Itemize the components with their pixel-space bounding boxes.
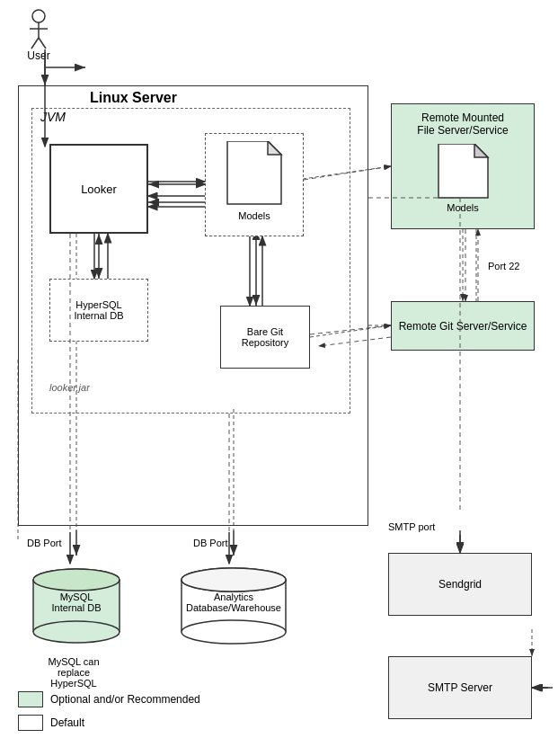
mysql-label: MySQLInternal DB [31, 591, 121, 613]
models-internal-label: Models [206, 210, 303, 221]
smtp-server-label: SMTP Server [428, 681, 492, 694]
user-label: User [25, 49, 52, 62]
legend-green-box [18, 691, 43, 707]
looker-box: Looker [49, 144, 148, 234]
models-internal-container: Models [205, 133, 304, 236]
svg-point-36 [33, 569, 120, 591]
remote-git-label: Remote Git Server/Service [399, 320, 527, 333]
diagram: User Linux Server JVM Looker Models Hype… [0, 0, 558, 756]
hypersql-box: HyperSQLInternal DB [49, 279, 148, 342]
bare-git-box: Bare GitRepository [220, 306, 310, 369]
legend: Optional and/or Recommended Default [18, 691, 200, 738]
sendgrid-box: Sendgrid [388, 553, 532, 616]
remote-models-label: Models [392, 202, 534, 213]
legend-default: Default [18, 715, 200, 731]
user-figure: User [25, 9, 52, 62]
sendgrid-label: Sendgrid [438, 578, 482, 591]
hypersql-label: HyperSQLInternal DB [74, 299, 123, 321]
smtp-server-box: SMTP Server [388, 656, 532, 719]
svg-point-40 [182, 620, 286, 644]
remote-models-document-icon [434, 144, 492, 202]
user-icon [25, 9, 52, 49]
looker-label: Looker [81, 182, 117, 196]
models-internal-document-icon [223, 141, 286, 209]
looker-jar-label: looker.jar [49, 382, 90, 393]
smtp-port-label: SMTP port [388, 521, 435, 532]
svg-line-25 [31, 38, 39, 49]
svg-marker-28 [268, 141, 281, 155]
svg-line-26 [39, 38, 46, 49]
remote-fs-box: Remote MountedFile Server/Service Models [391, 103, 535, 229]
analytics-label: AnalyticsDatabase/Warehouse [175, 591, 292, 613]
legend-default-label: Default [50, 716, 84, 729]
svg-point-41 [182, 568, 286, 591]
bare-git-label: Bare GitRepository [242, 326, 289, 348]
port22-label: Port 22 [488, 261, 519, 271]
jvm-label: JVM [40, 110, 66, 124]
remote-fs-label: Remote MountedFile Server/Service [392, 104, 534, 144]
svg-point-35 [33, 621, 120, 643]
db-port-left-label: DB Port [27, 538, 62, 548]
linux-server-label: Linux Server [90, 90, 177, 106]
remote-git-box: Remote Git Server/Service [391, 301, 535, 351]
legend-optional-label: Optional and/or Recommended [50, 693, 200, 706]
legend-white-box [18, 715, 43, 731]
db-port-right-label: DB Port [193, 538, 228, 548]
legend-optional: Optional and/or Recommended [18, 691, 200, 707]
mysql-note: MySQL canreplaceHyperSQL [20, 656, 128, 689]
svg-marker-30 [474, 144, 488, 157]
svg-point-22 [32, 10, 45, 22]
